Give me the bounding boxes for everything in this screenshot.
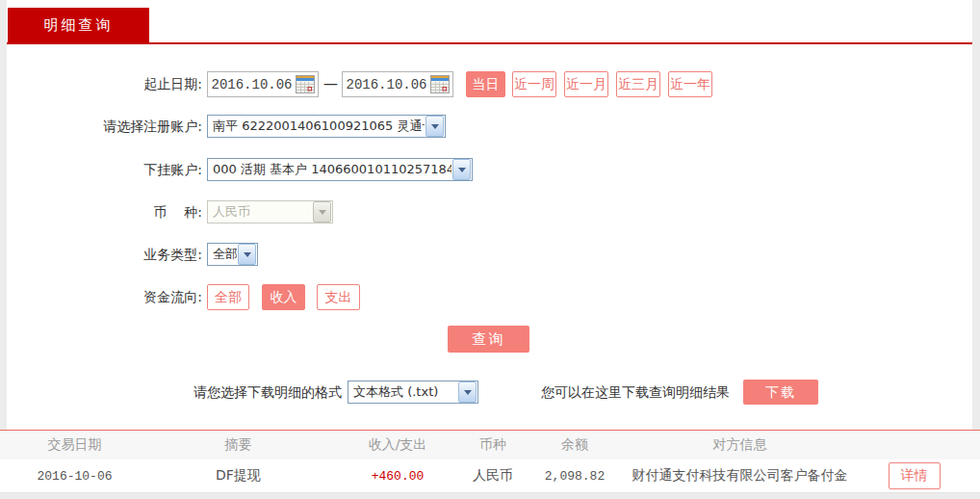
table-row: 2016-10-06 DF提现 +460.00 人民币 2,098.82 财付通… xyxy=(0,460,980,493)
fund-flow-expense-button[interactable]: 支出 xyxy=(317,284,360,310)
tab-label: 明细查询 xyxy=(44,16,114,35)
cell-amount: +460.00 xyxy=(327,469,468,484)
quick-range-year-button[interactable]: 近一年 xyxy=(668,71,712,97)
download-format-select[interactable]: 文本格式 (.txt) xyxy=(348,381,478,404)
quick-range-week-button[interactable]: 近一周 xyxy=(512,71,556,97)
end-date-value: 2016.10.06 xyxy=(343,77,430,92)
tab-underline xyxy=(7,42,972,44)
download-format-value: 文本格式 (.txt) xyxy=(348,383,457,401)
download-row: 请您选择下载明细的格式 文本格式 (.txt) 您可以在这里下载查询明细结果 下… xyxy=(0,380,980,405)
sub-account-label: 下挂账户: xyxy=(0,158,202,181)
detail-query-page: 明细查询 起止日期: 2016.10.06 — 2016.10.06 xyxy=(0,0,980,499)
business-type-label: 业务类型: xyxy=(0,243,202,266)
download-button[interactable]: 下载 xyxy=(743,380,818,405)
currency-select: 人民币 xyxy=(207,200,333,223)
date-range-row: 起止日期: 2016.10.06 — 2016.10.06 当日 近 xyxy=(0,71,980,97)
cell-balance: 2,098.82 xyxy=(518,469,632,484)
quick-range-today-button[interactable]: 当日 xyxy=(466,71,505,97)
tab-detail-query[interactable]: 明细查询 xyxy=(8,8,149,43)
currency-label: 币 种: xyxy=(0,200,202,223)
register-account-label: 请选择注册账户: xyxy=(0,115,202,138)
end-date-input[interactable]: 2016.10.06 xyxy=(342,71,453,97)
chevron-down-icon xyxy=(313,201,331,223)
business-type-row: 业务类型: 全部 xyxy=(0,243,980,266)
date-separator: — xyxy=(323,75,338,92)
chevron-down-icon[interactable] xyxy=(426,116,444,137)
query-button[interactable]: 查询 xyxy=(448,326,529,353)
header-income-expense: 收入/支出 xyxy=(327,436,468,454)
detail-button[interactable]: 详情 xyxy=(889,462,941,489)
chevron-down-icon[interactable] xyxy=(452,159,471,180)
register-account-value: 南平 6222001406100921065 灵通卡 xyxy=(208,118,425,135)
quick-range-3months-button[interactable]: 近三月 xyxy=(616,71,660,97)
currency-value: 人民币 xyxy=(208,203,312,221)
register-account-select[interactable]: 南平 6222001406100921065 灵通卡 xyxy=(207,115,446,138)
calendar-icon[interactable] xyxy=(296,75,315,93)
quick-range-month-button[interactable]: 近一月 xyxy=(564,71,608,97)
header-summary: 摘要 xyxy=(149,436,327,454)
header-balance: 余额 xyxy=(518,436,632,454)
header-trade-date: 交易日期 xyxy=(0,436,149,454)
chevron-down-icon[interactable] xyxy=(458,381,477,403)
header-currency: 币种 xyxy=(468,436,518,454)
start-date-input[interactable]: 2016.10.06 xyxy=(207,71,319,97)
fund-flow-all-button[interactable]: 全部 xyxy=(207,284,249,310)
header-counterparty: 对方信息 xyxy=(632,436,848,454)
business-type-select[interactable]: 全部 xyxy=(207,243,258,266)
chevron-down-icon[interactable] xyxy=(238,244,256,265)
start-date-value: 2016.10.06 xyxy=(208,77,296,92)
calendar-icon[interactable] xyxy=(430,75,450,93)
cell-currency: 人民币 xyxy=(468,467,518,485)
fund-flow-income-button[interactable]: 收入 xyxy=(262,284,305,310)
download-format-label: 请您选择下载明细的格式 xyxy=(0,380,342,405)
cell-action: 详情 xyxy=(848,462,980,489)
fund-flow-label: 资金流向: xyxy=(0,284,202,310)
cell-summary: DF提现 xyxy=(149,467,327,485)
cell-trade-date: 2016-10-06 xyxy=(0,469,149,484)
download-hint: 您可以在这里下载查询明细结果 xyxy=(541,380,730,405)
sub-account-row: 下挂账户: 000 活期 基本户 1406600101102571848 xyxy=(0,158,980,181)
currency-row: 币 种: 人民币 xyxy=(0,200,980,223)
business-type-value: 全部 xyxy=(208,246,237,263)
cell-counterparty: 财付通支付科技有限公司客户备付金 xyxy=(632,467,848,485)
sub-account-select[interactable]: 000 活期 基本户 1406600101102571848 xyxy=(207,158,473,181)
table-header: 交易日期 摘要 收入/支出 币种 余额 对方信息 xyxy=(0,430,980,460)
sub-account-value: 000 活期 基本户 1406600101102571848 xyxy=(208,161,451,178)
date-range-label: 起止日期: xyxy=(0,71,202,97)
register-account-row: 请选择注册账户: 南平 6222001406100921065 灵通卡 xyxy=(0,115,980,138)
fund-flow-row: 资金流向: 全部 收入 支出 xyxy=(0,284,980,310)
